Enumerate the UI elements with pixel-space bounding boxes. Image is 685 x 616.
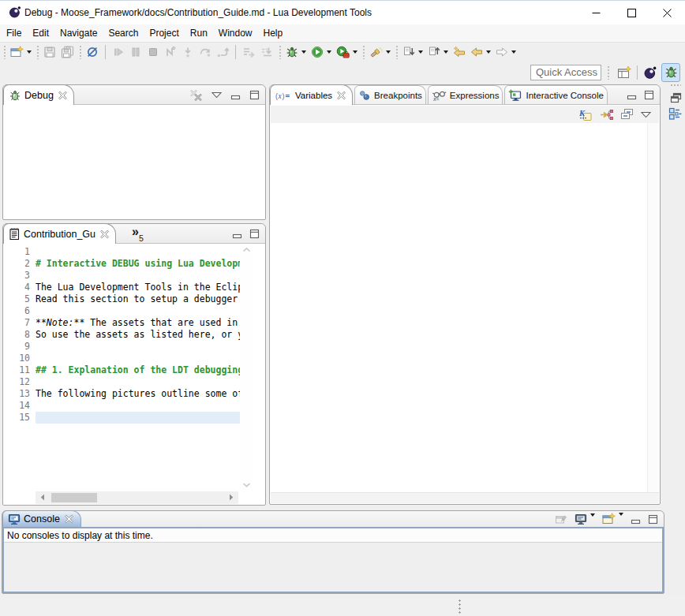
editor-line-1[interactable] [36,246,242,258]
quick-access-input[interactable]: Quick Access [530,65,601,80]
restore-minimized-views-button[interactable] [667,91,684,105]
dropdown-caret-icon[interactable] [386,50,391,54]
toolbar-grip[interactable] [77,45,83,59]
more-editors-button[interactable]: » 5 [132,225,144,243]
display-selected-console-button[interactable] [575,513,595,525]
menu-run[interactable]: Run [185,24,213,42]
editor-line-12[interactable] [36,376,242,388]
save-all-button[interactable] [58,43,77,61]
menu-navigate[interactable]: Navigate [54,24,103,42]
strip-grip[interactable] [670,84,681,88]
remove-all-terminated-button[interactable] [189,88,203,102]
variables-maximize-button[interactable] [644,90,654,100]
dropdown-caret-icon[interactable] [418,50,423,54]
scroll-down-icon[interactable] [242,482,251,488]
toolbar-grip[interactable] [361,45,366,59]
menu-edit[interactable]: Edit [27,24,54,42]
editor-line-6[interactable] [36,305,242,317]
dropdown-caret-icon[interactable] [511,50,516,54]
dropdown-caret-icon[interactable] [444,50,448,54]
variables-horizontal-scrollbar[interactable] [271,492,659,503]
debug-maximize-button[interactable] [249,90,260,100]
drop-to-frame-button[interactable] [258,43,276,61]
last-edit-location-button[interactable] [451,43,468,61]
disconnect-button[interactable] [162,43,179,61]
editor-line-4[interactable]: The Lua Development Tools in the Eclipse… [36,282,242,293]
scroll-up-icon[interactable] [242,247,251,253]
run-button[interactable] [309,43,334,61]
dropdown-caret-icon[interactable] [353,50,357,54]
menu-search[interactable]: Search [103,24,144,42]
editor-line-2[interactable]: # Interactive DEBUG using Lua Developmen… [36,258,242,270]
editor-line-14[interactable] [36,400,242,412]
open-console-button[interactable] [602,513,623,525]
debug-view-tab-debug[interactable]: Debug [3,84,74,105]
resume-button[interactable] [110,43,127,61]
variables-group-tab-interactive-console[interactable]: Interactive Console [504,85,607,104]
console-maximize-button[interactable] [648,514,658,525]
editor-line-8[interactable]: So use the assets as listed here, or you… [36,329,242,341]
menu-project[interactable]: Project [144,24,184,42]
step-into-button[interactable] [179,43,197,61]
external-tools-button[interactable] [334,43,360,61]
use-step-filters-button[interactable] [240,43,258,61]
variables-minimize-button[interactable] [627,90,637,100]
debug-minimize-button[interactable] [230,90,241,100]
debug-perspective-button[interactable] [661,63,680,82]
line-number-ruler[interactable]: 123456789101112131415 [13,246,33,424]
new-wizard-button[interactable] [8,43,34,61]
ldt-perspective-button[interactable] [641,63,660,82]
suspend-button[interactable] [127,43,144,61]
editor-line-10[interactable] [36,353,242,364]
editor-line-3[interactable] [36,270,242,282]
step-return-button[interactable] [214,43,231,61]
debug-view-content[interactable] [4,106,264,218]
console-tab-console[interactable]: Console [2,510,81,527]
variables-group-tab-expressions[interactable]: x=Expressions [428,85,503,104]
editor-vertical-scrollbar[interactable] [240,245,253,491]
show-type-names-button[interactable]: K [578,108,593,121]
tab-close-icon[interactable] [58,91,68,100]
outline-view-button[interactable] [667,106,684,121]
open-perspective-button[interactable] [615,63,634,82]
dropdown-caret-icon[interactable] [301,50,306,54]
pin-console-button[interactable] [555,513,567,525]
console-minimize-button[interactable] [631,514,641,525]
editor-text-area[interactable]: # Interactive DEBUG using Lua Developmen… [36,246,242,424]
menu-help[interactable]: Help [258,24,289,42]
toolbar-grip[interactable] [2,45,7,59]
skip-all-breakpoints-button[interactable] [84,43,101,61]
forward-button[interactable] [493,43,518,61]
overview-ruler[interactable] [253,245,264,504]
tab-close-icon[interactable] [99,230,110,239]
previous-annotation-button[interactable] [425,43,451,61]
back-button[interactable] [468,43,493,61]
editor-maximize-button[interactable] [249,229,260,239]
editor-line-11[interactable]: ## 1. Explanation of the LDT debugging c… [36,364,242,376]
maximize-window-button[interactable] [614,1,649,24]
dropdown-caret-icon[interactable] [619,513,623,516]
toolbar-grip[interactable] [35,45,40,59]
toolbar-grip[interactable] [394,45,399,59]
open-search-button[interactable] [367,43,393,61]
editor-line-13[interactable]: The following pictures outline some of t… [36,388,242,400]
menu-file[interactable]: File [1,24,27,42]
variables-view-menu-button[interactable] [641,111,651,118]
scroll-left-icon[interactable] [40,494,45,501]
annotation-ruler[interactable] [4,245,13,504]
variables-group-tab-variables[interactable]: (x)=Variables [270,84,353,105]
console-content[interactable]: No consoles to display at this time. [2,527,664,593]
debug-button[interactable] [283,43,309,61]
variables-vertical-scrollbar[interactable] [647,123,659,492]
editor-line-7[interactable]: **Note:** The assets that are used in th… [36,317,242,329]
step-over-button[interactable] [197,43,214,61]
variables-group-tab-breakpoints[interactable]: Breakpoints [354,85,426,104]
status-grip[interactable] [459,599,461,614]
editor-line-9[interactable] [36,341,242,353]
debug-view-menu-button[interactable] [211,91,222,99]
dropdown-caret-icon[interactable] [486,50,491,54]
dropdown-caret-icon[interactable] [590,513,595,517]
variables-view-content[interactable] [271,123,659,503]
tab-close-icon[interactable] [64,514,74,524]
scroll-right-icon[interactable] [229,494,234,501]
